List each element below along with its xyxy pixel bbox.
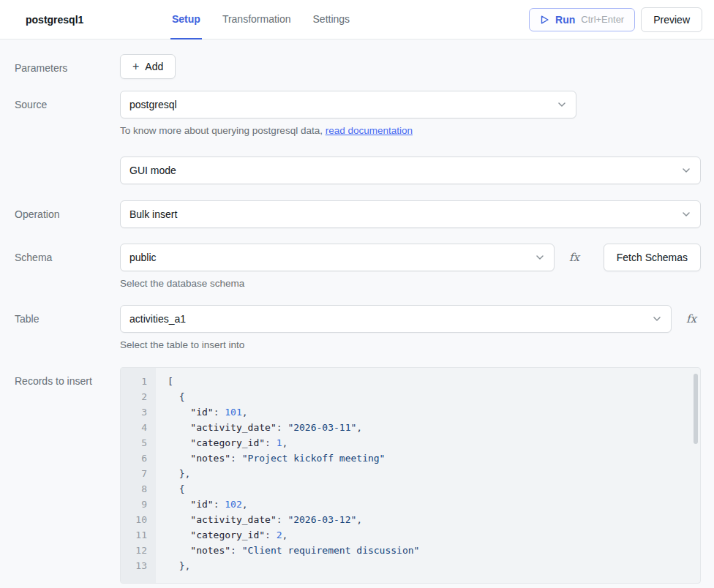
tab-setup[interactable]: Setup [170, 0, 202, 39]
source-select-value: postgresql [129, 99, 177, 110]
records-row: Records to insert 12345678910111213 [ { … [0, 367, 714, 584]
chevron-down-icon [681, 209, 691, 219]
tab-settings[interactable]: Settings [312, 0, 352, 39]
source-select[interactable]: postgresql [120, 91, 576, 118]
code-line[interactable]: }, [168, 466, 700, 481]
header-tabs: Setup Transformation Settings [170, 0, 351, 39]
tab-transformation[interactable]: Transformation [221, 0, 293, 39]
run-button[interactable]: Run Ctrl+Enter [529, 8, 635, 31]
line-number: 6 [121, 451, 147, 466]
run-label: Run [555, 14, 575, 26]
add-parameter-button[interactable]: + Add [120, 54, 176, 79]
query-editor-header: postgresql1 Setup Transformation Setting… [0, 0, 714, 39]
line-number: 12 [121, 543, 147, 558]
code-line[interactable]: }, [168, 558, 700, 573]
schema-helper-text: Select the database schema [120, 278, 701, 289]
line-number: 3 [121, 404, 147, 420]
run-shortcut: Ctrl+Enter [581, 14, 624, 25]
fx-toggle-icon[interactable]: fx [569, 251, 579, 264]
fetch-schemas-button[interactable]: Fetch Schemas [604, 244, 701, 271]
editor-line-numbers: 12345678910111213 [121, 368, 156, 583]
operation-label: Operation [0, 200, 120, 228]
code-line[interactable]: "notes": "Project kickoff meeting" [168, 451, 700, 466]
header-actions: Run Ctrl+Enter Preview [529, 0, 702, 39]
chevron-down-icon [652, 314, 662, 324]
mode-select[interactable]: GUI mode [120, 157, 701, 184]
query-name[interactable]: postgresql1 [26, 0, 149, 39]
line-number: 10 [121, 512, 147, 527]
line-number: 5 [121, 435, 147, 451]
chevron-down-icon [557, 99, 567, 110]
code-line[interactable]: "category_id": 2, [168, 527, 700, 543]
source-helper-prefix: To know more about querying postgresql d… [120, 125, 326, 136]
mode-select-value: GUI mode [129, 165, 176, 176]
line-number: 11 [121, 527, 147, 543]
code-line[interactable]: "category_id": 1, [168, 435, 700, 451]
line-number: 1 [121, 374, 147, 389]
code-line[interactable]: [ [168, 374, 700, 389]
records-label: Records to insert [0, 367, 120, 584]
fx-toggle-icon[interactable]: fx [686, 312, 696, 325]
schema-select[interactable]: public [120, 244, 555, 271]
operation-select-value: Bulk insert [129, 208, 177, 220]
play-icon [540, 15, 549, 25]
parameters-label: Parameters [0, 54, 120, 79]
table-helper-text: Select the table to insert into [120, 339, 701, 350]
editor-scrollbar-thumb[interactable] [694, 374, 698, 444]
parameters-row: Parameters + Add [0, 54, 714, 79]
code-line[interactable]: { [168, 481, 700, 497]
schema-row: Schema public fx Fetch Schemas Select th… [0, 244, 714, 289]
line-number: 7 [121, 466, 147, 481]
code-line[interactable]: "activity_date": "2026-03-11", [168, 420, 700, 435]
preview-button[interactable]: Preview [641, 7, 702, 32]
table-row: Table activities_a1 fx Select the table … [0, 305, 714, 350]
table-select-value: activities_a1 [129, 313, 186, 325]
line-number: 8 [121, 481, 147, 497]
operation-row: Operation Bulk insert [0, 200, 714, 228]
code-line[interactable]: "id": 102, [168, 497, 700, 512]
line-number: 13 [121, 558, 147, 573]
editor-code-area[interactable]: [ { "id": 101, "activity_date": "2026-03… [156, 368, 700, 583]
operation-select[interactable]: Bulk insert [120, 200, 701, 228]
add-label: Add [145, 61, 163, 72]
table-label: Table [0, 305, 120, 350]
schema-select-value: public [129, 252, 157, 263]
records-editor[interactable]: 12345678910111213 [ { "id": 101, "activi… [120, 367, 701, 584]
line-number: 4 [121, 420, 147, 435]
line-number: 9 [121, 497, 147, 512]
chevron-down-icon [535, 252, 545, 263]
table-select[interactable]: activities_a1 [120, 305, 672, 333]
schema-label: Schema [0, 244, 120, 289]
code-line[interactable]: "id": 101, [168, 404, 700, 420]
code-line[interactable]: "notes": "Client requirement discussion" [168, 543, 700, 558]
read-documentation-link[interactable]: read documentation [326, 125, 413, 136]
source-helper-text: To know more about querying postgresql d… [120, 125, 701, 136]
source-row: Source postgresql To know more about que… [0, 91, 714, 184]
line-number: 2 [121, 389, 147, 404]
source-label: Source [0, 91, 120, 184]
plus-icon: + [132, 61, 139, 72]
code-line[interactable]: { [168, 389, 700, 404]
chevron-down-icon [681, 165, 691, 176]
code-line[interactable]: "activity_date": "2026-03-12", [168, 512, 700, 527]
